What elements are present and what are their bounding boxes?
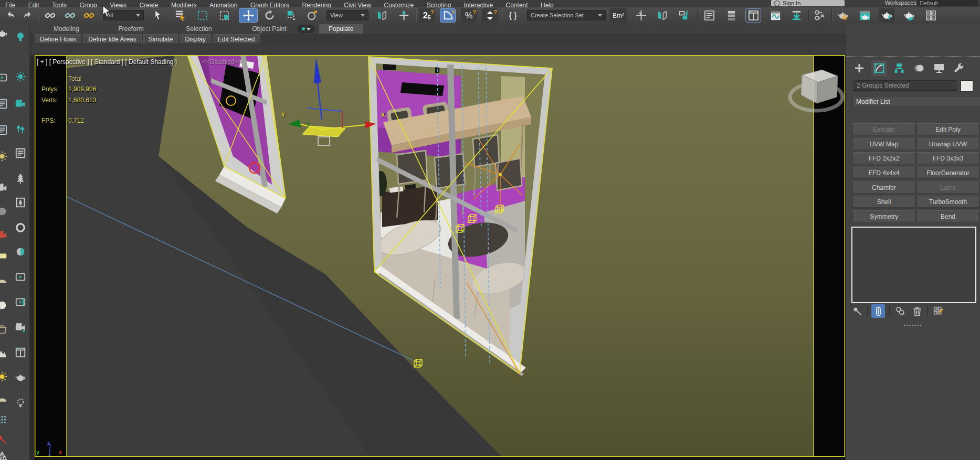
teapot-icon[interactable] — [0, 27, 9, 40]
clay-dome-icon[interactable] — [0, 393, 9, 406]
menu-edit[interactable]: Edit — [23, 1, 45, 8]
curve-editor-icon[interactable] — [767, 8, 783, 23]
reference-coordinate-dropdown[interactable]: View — [326, 10, 368, 20]
modifier-button-turbosmooth[interactable]: TurboSmooth — [916, 196, 979, 208]
tab-display[interactable] — [931, 60, 947, 76]
percent-snap-toggle-icon[interactable]: %? — [461, 8, 477, 23]
tab-populate[interactable]: Populate — [319, 24, 363, 34]
sign-in-button[interactable]: Sign In — [771, 0, 845, 6]
define-idle-areas-button[interactable]: Define Idle Areas — [83, 34, 141, 44]
plant-frame-icon[interactable] — [14, 196, 27, 209]
modifier-stack-list[interactable] — [851, 227, 976, 303]
trees-icon[interactable] — [14, 122, 27, 136]
modifier-button-ffd-2x2x2[interactable]: FFD 2x2x2 — [852, 152, 915, 164]
object-color-swatch[interactable] — [961, 80, 973, 92]
dialog-panel-icon[interactable] — [0, 97, 9, 111]
rollout-separator[interactable]: ••••••• — [846, 324, 980, 327]
layered-disc-icon[interactable] — [14, 245, 27, 259]
panel-grip[interactable] — [846, 56, 980, 58]
bind-to-space-warp-icon[interactable] — [81, 8, 97, 23]
select-and-scale-icon[interactable] — [283, 8, 299, 23]
object-name-field[interactable] — [853, 80, 956, 91]
image-frame-icon[interactable] — [0, 71, 9, 84]
menu-modifiers[interactable]: Modifiers — [166, 1, 202, 8]
manage-layers-icon[interactable] — [723, 8, 739, 23]
idea-bulb-icon[interactable] — [14, 396, 27, 410]
menu-animation[interactable]: Animation — [204, 1, 243, 8]
video-camera-icon[interactable] — [14, 97, 27, 111]
simulate-button[interactable]: Simulate — [143, 34, 178, 44]
menu-customize[interactable]: Customize — [379, 1, 419, 8]
wire-pyramid-icon[interactable] — [0, 450, 9, 460]
select-and-place-icon[interactable] — [304, 8, 320, 23]
layer-explorer-icon[interactable] — [701, 8, 717, 23]
render-in-cloud-icon[interactable] — [901, 8, 916, 23]
tab-modeling[interactable]: Modeling — [44, 24, 89, 34]
dope-sheet-icon[interactable] — [788, 8, 804, 23]
redo-icon[interactable] — [20, 8, 36, 23]
mountain-icon[interactable] — [0, 347, 9, 360]
dot-array-icon[interactable] — [0, 413, 9, 426]
window-crossing-icon[interactable] — [216, 8, 232, 23]
schematic-view-icon[interactable] — [812, 8, 827, 23]
select-and-link-icon[interactable] — [42, 8, 58, 23]
axis-constraints-icon[interactable] — [633, 8, 649, 23]
modifier-button-unwrap-uvw[interactable]: Unwrap UVW — [916, 138, 979, 150]
basket-icon[interactable] — [0, 323, 9, 336]
modifier-list-dropdown[interactable]: Modifier List — [852, 96, 980, 107]
tab-motion[interactable] — [911, 60, 927, 76]
window-panel-icon[interactable] — [14, 346, 27, 359]
perspective-viewport[interactable]: [ + ] [ Perspective ] [ Standard ] [ Def… — [35, 55, 845, 457]
select-and-move-icon[interactable] — [239, 8, 258, 23]
sun-screen-icon[interactable] — [0, 149, 9, 163]
render-production-icon[interactable] — [879, 8, 894, 23]
rectangular-selection-region-icon[interactable] — [194, 8, 210, 23]
menu-tools[interactable]: Tools — [47, 1, 72, 8]
clip-play-icon[interactable] — [14, 270, 27, 284]
tab-utilities[interactable] — [951, 60, 967, 76]
workspace-dropdown[interactable]: Default — [917, 0, 978, 6]
light-bulb-icon[interactable] — [14, 30, 27, 44]
modifier-button-ffd-4x4x4[interactable]: FFD 4x4x4 — [852, 167, 915, 179]
select-by-name-icon[interactable] — [172, 8, 188, 23]
toggle-scene-explorer-icon[interactable] — [745, 8, 761, 23]
tab-object-paint[interactable]: Object Paint — [243, 24, 296, 34]
render-setup-icon[interactable] — [835, 8, 850, 23]
teapot-outline-icon[interactable] — [14, 371, 27, 384]
define-flows-button[interactable]: Define Flows — [35, 34, 81, 44]
menu-scripting[interactable]: Scripting — [421, 1, 457, 8]
red-camera-icon[interactable] — [0, 228, 9, 242]
snaps-toggle-icon[interactable]: 2 5 ? — [419, 8, 435, 23]
tab-selection[interactable]: Selection — [176, 24, 221, 34]
modifier-button-ffd-3x3x3[interactable]: FFD 3x3x3 — [916, 152, 979, 164]
menu-content[interactable]: Content — [501, 1, 533, 8]
remove-modifier-icon[interactable] — [910, 304, 924, 318]
pin-stack-icon[interactable] — [850, 304, 864, 318]
viewport-label[interactable]: [ + ] [ Perspective ] [ Standard ] [ Def… — [37, 58, 177, 66]
angle-snap-toggle-icon[interactable]: ? — [440, 8, 456, 23]
modifier-button-bend[interactable]: Bend — [916, 210, 979, 222]
modifier-button-chamfer[interactable]: Chamfer — [852, 181, 915, 194]
projector-camera-icon[interactable] — [0, 181, 9, 195]
edit-selected-button[interactable]: Edit Selected — [213, 34, 260, 44]
ribbon-toggle-button[interactable] — [297, 25, 315, 33]
tab-modify[interactable] — [871, 60, 887, 76]
menu-interactive[interactable]: Interactive — [459, 1, 498, 8]
display-button[interactable]: Display — [180, 34, 210, 44]
asset-library-icon[interactable] — [923, 8, 939, 23]
mirror-icon[interactable] — [654, 8, 670, 23]
modifier-button-uvw-map[interactable]: UVW Map — [852, 138, 915, 150]
align-icon[interactable] — [676, 8, 692, 23]
use-pivot-center-icon[interactable] — [374, 8, 389, 23]
ring-icon[interactable] — [14, 221, 27, 234]
unlink-selection-icon[interactable] — [62, 8, 78, 23]
modifier-button-shell[interactable]: Shell — [852, 196, 915, 208]
tab-create[interactable] — [851, 60, 867, 76]
sun-icon[interactable] — [14, 70, 27, 83]
select-and-manipulate-icon[interactable] — [396, 8, 412, 23]
menu-rendering[interactable]: Rendering — [297, 1, 336, 8]
select-object-icon[interactable] — [150, 8, 166, 23]
square-meter-button[interactable]: Bm² — [610, 8, 627, 23]
modifier-button-symmetry[interactable]: Symmetry — [852, 210, 915, 222]
modifier-button-floorgenerator[interactable]: FloorGenerator — [916, 167, 979, 179]
